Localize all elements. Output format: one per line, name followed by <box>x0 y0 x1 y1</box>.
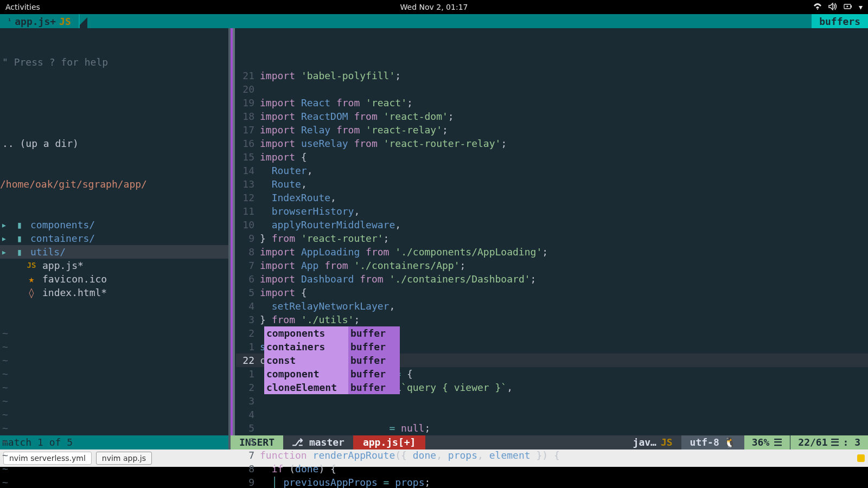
code-line[interactable]: 7function renderAppRoute({ done, props, … <box>236 448 868 462</box>
code-line[interactable]: 16import useRelay from 'react-router-rel… <box>236 137 868 150</box>
chevron-right-icon: ▸ <box>1 232 9 245</box>
tree-dir-item[interactable]: ▸▮containers/ <box>0 232 228 245</box>
empty-line-marker: ~ <box>0 381 228 394</box>
line-number: 7 <box>236 259 260 272</box>
code-token: ; <box>384 233 390 244</box>
code-line[interactable]: 4 setRelayNetworkLayer, <box>236 299 868 313</box>
code-token: { <box>295 287 307 298</box>
code-token: ; <box>395 70 401 81</box>
activities-button[interactable]: Activities <box>5 3 40 11</box>
wifi-icon[interactable] <box>813 3 822 12</box>
code-line[interactable]: 4 <box>236 408 868 421</box>
code-token <box>260 219 272 230</box>
volume-icon[interactable] <box>828 3 837 12</box>
tree-updir[interactable]: .. (up a dir) <box>0 137 228 150</box>
code-token: 'react' <box>366 97 407 108</box>
code-line[interactable]: 11 browserHistory, <box>236 204 868 218</box>
code-line[interactable]: 15import { <box>236 150 868 164</box>
code-token: applyRouterMiddleware <box>272 219 395 230</box>
code-token: import <box>260 273 295 285</box>
folder-icon: ▮ <box>14 245 25 259</box>
code-token: import <box>260 111 295 122</box>
code-token: , <box>330 192 336 203</box>
completion-item[interactable]: componentsbuffer <box>264 326 400 340</box>
code-token <box>395 422 401 434</box>
line-number: 6 <box>236 272 260 286</box>
completion-item[interactable]: containersbuffer <box>264 340 400 354</box>
completion-word: cloneElement <box>264 381 348 394</box>
code-line[interactable]: 8import AppLoading from './components/Ap… <box>236 245 868 259</box>
code-token: from <box>336 124 360 136</box>
folder-icon: ▮ <box>14 218 25 232</box>
code-token: if <box>272 463 284 474</box>
code-token: ; <box>407 97 413 108</box>
code-line[interactable]: 5import { <box>236 286 868 299</box>
line-number: 5 <box>236 286 260 299</box>
code-area[interactable]: 21import 'babel-polyfill';2019import Rea… <box>235 28 868 435</box>
file-tree[interactable]: " Press ? for help .. (up a dir) /home/o… <box>0 28 231 435</box>
line-number: 16 <box>236 137 260 150</box>
buffers-button[interactable]: buffers <box>812 14 868 28</box>
code-line[interactable]: 9 │ previousAppProps = props; <box>236 476 868 488</box>
code-line[interactable]: 13 Route, <box>236 177 868 191</box>
buffer-tab-index: ¹ <box>8 17 11 25</box>
code-token <box>389 477 395 488</box>
line-number: 18 <box>236 110 260 123</box>
completion-item[interactable]: constbuffer <box>264 354 400 367</box>
code-pane[interactable]: 21import 'babel-polyfill';2019import Rea… <box>231 28 868 435</box>
code-token: renderAppRoute <box>313 450 395 461</box>
code-line[interactable]: 3 <box>236 394 868 408</box>
completion-popup[interactable]: componentsbuffercontainersbufferconstbuf… <box>264 326 400 394</box>
code-token <box>295 233 301 244</box>
tree-file-item[interactable]: JSapp.js* <box>0 259 228 272</box>
code-line[interactable]: 5 = null; <box>236 421 868 435</box>
code-token: ( <box>283 463 295 474</box>
code-line[interactable]: 8 if (done) { <box>236 462 868 476</box>
chevron-down-icon[interactable]: ▾ <box>859 3 863 11</box>
code-line[interactable]: 3} from './utils'; <box>236 313 868 326</box>
tree-dir-item[interactable]: ▸▮utils/ <box>0 245 228 259</box>
chevron-right-icon: ▸ <box>1 218 9 232</box>
code-token: './utils' <box>301 314 354 325</box>
line-number: 2 <box>236 381 260 394</box>
code-line[interactable]: 6 <box>236 435 868 448</box>
code-line[interactable]: 9} from 'react-router'; <box>236 232 868 245</box>
empty-line-marker: ~ <box>0 367 228 381</box>
code-token <box>295 124 301 136</box>
code-token: 'react-dom' <box>384 111 448 122</box>
clock[interactable]: Wed Nov 2, 01:17 <box>400 3 468 11</box>
completion-item[interactable]: cloneElementbuffer <box>264 381 400 394</box>
code-line[interactable]: 7import App from './containers/App'; <box>236 259 868 272</box>
code-line[interactable]: 6import Dashboard from './containers/Das… <box>236 272 868 286</box>
completion-word: components <box>264 326 348 340</box>
code-token <box>378 111 384 122</box>
completion-kind: buffer <box>348 381 400 394</box>
code-token: from <box>360 273 383 285</box>
code-token <box>260 422 389 434</box>
tree-item-label: app.js* <box>42 259 84 272</box>
line-number: 17 <box>236 123 260 137</box>
tree-file-item[interactable]: ★favicon.ico <box>0 272 228 286</box>
code-token: setRelayNetworkLayer <box>272 300 390 312</box>
line-number: 3 <box>236 313 260 326</box>
code-token: ; <box>354 314 360 325</box>
tree-file-item[interactable]: ◊index.html* <box>0 286 228 299</box>
code-line[interactable]: 19import React from 'react'; <box>236 96 868 110</box>
code-token <box>360 246 366 258</box>
completion-item[interactable]: componentbuffer <box>264 367 400 381</box>
code-line[interactable]: 17import Relay from 'react-relay'; <box>236 123 868 137</box>
code-token <box>307 450 313 461</box>
code-line[interactable]: 20 <box>236 82 868 96</box>
code-line[interactable]: 14 Router, <box>236 164 868 177</box>
completion-word: containers <box>264 340 348 354</box>
tab-separator <box>80 14 87 28</box>
tree-dir-item[interactable]: ▸▮components/ <box>0 218 228 232</box>
code-token: ) { <box>318 463 336 474</box>
code-token: ; <box>424 422 430 434</box>
buffer-tab-active[interactable]: ¹ app.js+ JS <box>0 14 80 28</box>
code-line[interactable]: 21import 'babel-polyfill'; <box>236 69 868 82</box>
code-line[interactable]: 18import ReactDOM from 'react-dom'; <box>236 110 868 123</box>
battery-icon[interactable] <box>844 3 852 12</box>
code-line[interactable]: 10 applyRouterMiddleware, <box>236 218 868 232</box>
code-line[interactable]: 12 IndexRoute, <box>236 191 868 204</box>
